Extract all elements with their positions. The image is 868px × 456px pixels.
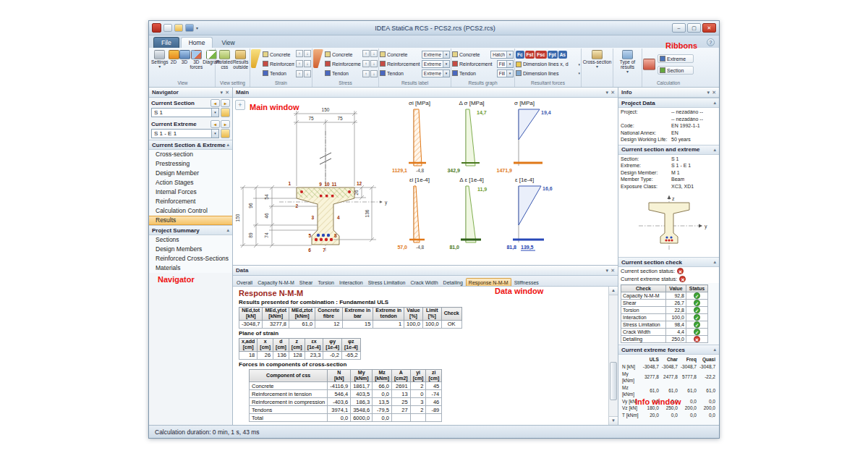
reinforcement-label-mode-select[interactable]: Extreme▾ bbox=[422, 60, 450, 68]
strain-toggle-down-icon[interactable]: ↓ bbox=[304, 70, 311, 77]
reinforcement-graph-mode-select[interactable]: Fill▾ bbox=[497, 60, 514, 68]
data-tab[interactable]: Shear bbox=[297, 279, 315, 286]
navigator-item[interactable]: Design Members bbox=[149, 245, 232, 254]
strain-toggle-up-icon[interactable]: ↑ bbox=[296, 70, 303, 77]
current-extreme-select[interactable]: S 1 - E 1 ▾ bbox=[151, 129, 219, 138]
app-icon[interactable] bbox=[152, 23, 161, 33]
navigator-item[interactable]: Sections bbox=[149, 235, 232, 245]
navigator-item[interactable]: Internal Forces bbox=[149, 187, 232, 197]
navigator-item[interactable]: Calculation Control bbox=[149, 206, 232, 216]
navigator-item[interactable]: Design Member bbox=[149, 169, 232, 178]
next-extreme-button[interactable]: ▸ bbox=[221, 120, 230, 128]
navigator-section-header[interactable]: Current Section & Extreme ▴ bbox=[149, 140, 232, 150]
prev-extreme-button[interactable]: ◂ bbox=[210, 120, 220, 128]
fst-button[interactable]: Fst bbox=[525, 51, 535, 59]
strain-toggle-up-icon[interactable]: ↑ bbox=[296, 60, 303, 67]
rotated-css-button[interactable]: Rotated css bbox=[216, 49, 232, 70]
as-button[interactable]: As bbox=[558, 51, 567, 59]
stress-toggle-up-icon[interactable]: ↑ bbox=[362, 60, 370, 67]
navigator-item[interactable]: Materials bbox=[149, 263, 232, 273]
current-section-select[interactable]: S 1 ▾ bbox=[151, 108, 219, 117]
strain-toggle-down-icon[interactable]: ↓ bbox=[304, 50, 311, 57]
panel-pin-icon[interactable]: ▾ bbox=[606, 268, 609, 274]
tendon-graph-mode-select[interactable]: Fill▾ bbox=[497, 69, 514, 77]
strain-concrete-button[interactable]: Concrete bbox=[263, 50, 294, 59]
vertical-scrollbar[interactable]: ▲ ▼ bbox=[608, 287, 618, 425]
results-outside-button[interactable]: Results outside bbox=[233, 49, 249, 70]
data-tab[interactable]: Detailing bbox=[441, 279, 465, 286]
data-tab[interactable]: Interaction bbox=[337, 279, 365, 286]
drawing-area[interactable]: + bbox=[233, 98, 618, 265]
concrete-label-mode-select[interactable]: Extreme▾ bbox=[422, 51, 450, 59]
tab-file[interactable]: File bbox=[153, 37, 179, 48]
fpt-button[interactable]: Fpt bbox=[548, 51, 558, 59]
current-extreme-forces-header[interactable]: Current extreme forces ▴ bbox=[618, 345, 719, 355]
panel-close-icon[interactable]: ✕ bbox=[610, 268, 615, 274]
stress-toggle-down-icon[interactable]: ↓ bbox=[370, 70, 378, 77]
open-file-icon[interactable] bbox=[174, 24, 183, 32]
next-section-button[interactable]: ▸ bbox=[221, 99, 230, 107]
fc-button[interactable]: Fc bbox=[516, 51, 524, 59]
section-action-button[interactable] bbox=[221, 108, 230, 117]
navigator-item[interactable]: Cross-section bbox=[149, 150, 232, 159]
cross-section-button[interactable]: Cross-section ▾ bbox=[582, 49, 612, 69]
view-3d-button[interactable]: 3D bbox=[179, 49, 190, 65]
strain-toggle-up-icon[interactable]: ↑ bbox=[296, 50, 303, 57]
data-tab[interactable]: Overall bbox=[234, 279, 255, 286]
stress-toggle-down-icon[interactable]: ↓ bbox=[370, 50, 378, 57]
extreme-action-button[interactable] bbox=[221, 129, 230, 138]
prev-section-button[interactable]: ◂ bbox=[210, 99, 220, 107]
current-section-check-header[interactable]: Current section check ▴ bbox=[618, 257, 719, 267]
data-tab[interactable]: Stiffnesses bbox=[512, 279, 541, 286]
dimension-lines-button[interactable]: Dimension lines ▾ bbox=[516, 69, 580, 77]
navigator-item[interactable]: Reinforced Cross-Sections bbox=[149, 254, 232, 263]
navigator-item[interactable]: Action Stages bbox=[149, 178, 232, 187]
view-3d-forces-button[interactable]: 3D forces bbox=[190, 49, 203, 70]
stress-toggle-up-icon[interactable]: ↑ bbox=[362, 50, 370, 57]
navigator-item[interactable]: Prestressing bbox=[149, 159, 232, 169]
data-tab[interactable]: Torsion bbox=[315, 279, 336, 286]
help-icon[interactable]: ? bbox=[707, 38, 715, 46]
stress-toggle-down-icon[interactable]: ↓ bbox=[370, 60, 378, 67]
minimize-button[interactable]: – bbox=[672, 23, 686, 33]
extreme-button[interactable]: Extreme bbox=[658, 54, 694, 63]
view-2d-button[interactable]: 2D bbox=[169, 49, 179, 65]
stress-reinforcement-button[interactable]: Reinforcement bbox=[325, 59, 361, 68]
type-of-results-button[interactable]: Type of results ▾ bbox=[614, 49, 641, 74]
dimension-lines-xd-button[interactable]: Dimension lines x, d ▾ bbox=[516, 60, 580, 69]
scroll-down-icon[interactable]: ▼ bbox=[609, 416, 618, 425]
data-tab[interactable]: Capacity N-M-M bbox=[255, 279, 297, 286]
stress-toggle-up-icon[interactable]: ↑ bbox=[362, 70, 370, 77]
panel-close-icon[interactable]: ✕ bbox=[225, 90, 229, 96]
panel-menu-icon[interactable]: ▾ bbox=[221, 90, 224, 96]
project-data-header[interactable]: Project Data ▴ bbox=[618, 98, 719, 108]
scrollbar-thumb[interactable] bbox=[610, 362, 617, 400]
panel-pin-icon[interactable]: ▾ bbox=[707, 90, 710, 96]
strain-tendon-button[interactable]: Tendon bbox=[263, 69, 294, 77]
panel-close-icon[interactable]: ✕ bbox=[712, 90, 716, 96]
save-file-icon[interactable] bbox=[185, 24, 194, 32]
navigator-item[interactable]: Results bbox=[149, 216, 232, 225]
data-tab[interactable]: Crack Width bbox=[408, 279, 440, 286]
tab-view[interactable]: View bbox=[214, 38, 242, 48]
current-section-extreme-header[interactable]: Current section and extreme ▴ bbox=[618, 145, 719, 155]
navigator-section-header[interactable]: Project Summary ▴ bbox=[149, 225, 232, 235]
stress-concrete-button[interactable]: Concrete bbox=[325, 50, 361, 59]
tab-home[interactable]: Home bbox=[181, 37, 213, 48]
section-button[interactable]: Section bbox=[658, 66, 694, 75]
maximize-button[interactable]: ▢ bbox=[687, 23, 701, 33]
settings-button[interactable]: Settings ▾ bbox=[151, 49, 169, 69]
panel-close-icon[interactable]: ✕ bbox=[610, 90, 615, 96]
scroll-up-icon[interactable]: ▲ bbox=[609, 287, 618, 295]
concrete-graph-mode-select[interactable]: Hatch▾ bbox=[490, 51, 514, 59]
fsc-button[interactable]: Fsc bbox=[535, 51, 546, 59]
data-tab[interactable]: Stress Limitation bbox=[366, 279, 408, 286]
calculate-icon[interactable] bbox=[643, 59, 655, 70]
strain-reinforcement-button[interactable]: Reinforcement bbox=[263, 59, 294, 68]
pan-tool-icon[interactable]: + bbox=[235, 100, 245, 110]
close-button[interactable]: ✕ bbox=[702, 23, 716, 33]
scrollbar-track[interactable] bbox=[609, 295, 618, 416]
new-file-icon[interactable] bbox=[163, 24, 172, 32]
data-tab[interactable]: Response N-M-M bbox=[466, 278, 511, 286]
navigator-item[interactable]: Reinforcement bbox=[149, 197, 232, 206]
